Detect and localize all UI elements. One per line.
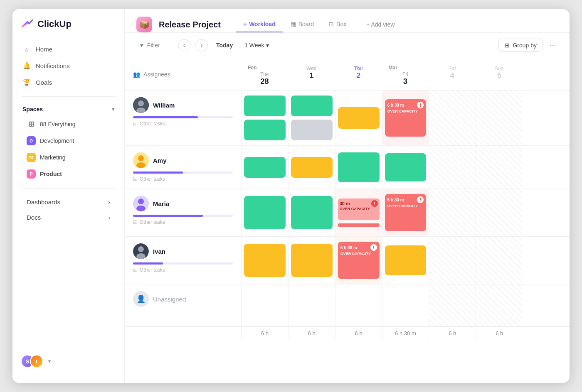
- sidebar-item-goals[interactable]: 🏆 Goals: [17, 74, 120, 91]
- william-identity: William: [133, 97, 233, 113]
- bottom-empty: [125, 327, 241, 340]
- maria-other-tasks-label: Other tasks: [140, 219, 165, 225]
- svg-point-10: [138, 246, 144, 252]
- maria-task-wed[interactable]: [291, 196, 333, 229]
- amy-other-tasks-label: Other tasks: [140, 176, 165, 182]
- william-task-tue-2[interactable]: [244, 120, 286, 140]
- unassigned-cell-sun: [476, 284, 523, 326]
- next-button[interactable]: ›: [195, 39, 208, 51]
- maria-other-tasks[interactable]: ☑ Other tasks: [133, 219, 233, 225]
- sidebar-item-everything[interactable]: ⊞ 88 Everything: [17, 116, 120, 132]
- maria-cap-time: 30 m: [340, 201, 350, 206]
- col-day-sun: Sun: [479, 66, 519, 71]
- person-row-unassigned: 👤 Unassigned: [125, 284, 570, 326]
- project-icon: 📦: [136, 17, 152, 32]
- col-date-4: 4: [432, 71, 472, 80]
- william-task-wed-2[interactable]: [291, 120, 333, 140]
- person-row-william: William ☑ Other tasks: [125, 91, 570, 146]
- dashboards-chevron-icon: ›: [108, 198, 110, 206]
- maria-name: Maria: [153, 200, 169, 207]
- sidebar-item-docs-label: Docs: [27, 214, 41, 221]
- sidebar-item-docs[interactable]: Docs ›: [17, 210, 120, 225]
- sidebar: ClickUp ⌂ Home 🔔 Notifications 🏆 Goals S…: [12, 9, 125, 383]
- person-row-amy: Amy ☑ Other tasks: [125, 146, 570, 189]
- sidebar-footer: S I ▾: [12, 348, 124, 375]
- unassigned-identity: 👤 Unassigned: [133, 291, 233, 307]
- logo: ClickUp: [12, 17, 124, 41]
- amy-task-wed[interactable]: [291, 157, 333, 178]
- ivan-other-tasks[interactable]: ☑ Other tasks: [133, 267, 233, 273]
- today-button[interactable]: Today: [213, 40, 236, 51]
- sidebar-item-home[interactable]: ⌂ Home: [17, 41, 120, 57]
- col-date-1: 1: [291, 71, 332, 80]
- ivan-cap-time: 6 h 30 m: [340, 245, 357, 250]
- ivan-task-tue[interactable]: [244, 244, 286, 277]
- maria-red-bar: [338, 223, 380, 227]
- maria-task-tue[interactable]: [244, 196, 286, 229]
- sidebar-item-dashboards-label: Dashboards: [27, 198, 60, 206]
- sidebar-divider: [21, 96, 116, 97]
- person-info-unassigned: 👤 Unassigned: [125, 284, 241, 326]
- spaces-section-header[interactable]: Spaces ▾: [12, 103, 124, 116]
- week-selector[interactable]: 1 Week ▾: [241, 40, 272, 51]
- amy-task-thu[interactable]: [338, 152, 380, 182]
- bottom-hours-tue: 6 h: [241, 327, 288, 340]
- person-info-ivan: Ivan ☑ Other tasks: [125, 237, 241, 284]
- william-task-fri[interactable]: 6 h 30 m ! OVER CAPACITY: [385, 99, 427, 137]
- checkbox-icon: ☑: [133, 121, 138, 127]
- filter-icon: ▼: [139, 42, 145, 49]
- tab-board[interactable]: ▦ Board: [283, 17, 321, 32]
- filter-button[interactable]: ▼ Filter: [135, 39, 164, 51]
- william-task-thu[interactable]: [338, 107, 380, 129]
- group-by-button[interactable]: ⊞ Group by: [498, 39, 543, 52]
- prev-button[interactable]: ‹: [178, 39, 190, 51]
- william-other-tasks[interactable]: ☑ Other tasks: [133, 121, 233, 127]
- tab-workload[interactable]: ≡ Workload: [236, 17, 283, 32]
- sidebar-item-home-label: Home: [36, 46, 52, 53]
- col-month-empty-3: [432, 62, 472, 66]
- ivan-task-wed[interactable]: [291, 244, 333, 277]
- sidebar-item-marketing[interactable]: M Marketing: [17, 149, 120, 166]
- marketing-badge: M: [27, 153, 36, 162]
- tab-box[interactable]: ⊡ Box: [321, 17, 354, 32]
- unassigned-name: Unassigned: [153, 296, 186, 303]
- add-view-button[interactable]: + Add view: [360, 17, 400, 32]
- person-info-william: William ☑ Other tasks: [125, 91, 241, 145]
- amy-task-tue[interactable]: [244, 157, 286, 178]
- sidebar-item-dashboards[interactable]: Dashboards ›: [17, 194, 120, 210]
- amy-progress-fill: [133, 172, 183, 174]
- add-view-label: + Add view: [366, 21, 395, 28]
- person-row-ivan: Ivan ☑ Other tasks: [125, 237, 570, 284]
- maria-cap-time-fri: 6 h 30 m: [387, 198, 404, 202]
- sidebar-divider-2: [21, 188, 116, 189]
- maria-cell-sun: [476, 189, 523, 236]
- bottom-hours-thu: 6 h: [335, 327, 382, 340]
- sidebar-item-development[interactable]: D Development: [17, 132, 120, 149]
- maria-cell-wed: [288, 189, 335, 236]
- william-cap-time: 6 h 30 m: [387, 103, 404, 108]
- checkbox-icon-ivan: ☑: [133, 267, 138, 273]
- col-date-2: 2: [338, 71, 379, 80]
- svg-point-8: [136, 206, 146, 211]
- maria-task-thu[interactable]: 30 m ! OVER CAPACITY: [338, 198, 380, 220]
- warning-icon-maria-fri: !: [417, 196, 424, 203]
- ivan-name: Ivan: [153, 248, 165, 255]
- william-task-wed-1[interactable]: [291, 96, 333, 116]
- ivan-cell-fri: [382, 237, 429, 284]
- amy-task-fri[interactable]: [385, 153, 427, 181]
- ivan-task-thu[interactable]: 6 h 30 m ! OVER CAPACITY: [338, 242, 380, 279]
- col-header-fri: Mar Fri 3: [382, 58, 429, 90]
- amy-cell-thu: [335, 146, 382, 189]
- user-avatars[interactable]: S I: [21, 355, 43, 368]
- william-task-tue-1[interactable]: [244, 96, 286, 116]
- william-cell-sun: [476, 91, 523, 145]
- more-options-button[interactable]: ···: [546, 39, 560, 52]
- amy-cell-wed: [288, 146, 335, 189]
- sidebar-item-product[interactable]: P Product: [17, 166, 120, 182]
- col-month-empty-2: [338, 62, 379, 66]
- maria-task-fri[interactable]: 6 h 30 m ! OVER CAPACITY: [385, 194, 427, 231]
- sidebar-item-notifications[interactable]: 🔔 Notifications: [17, 57, 120, 74]
- william-cell-fri: 6 h 30 m ! OVER CAPACITY: [382, 91, 429, 145]
- amy-other-tasks[interactable]: ☑ Other tasks: [133, 176, 233, 182]
- ivan-task-fri[interactable]: [385, 245, 427, 275]
